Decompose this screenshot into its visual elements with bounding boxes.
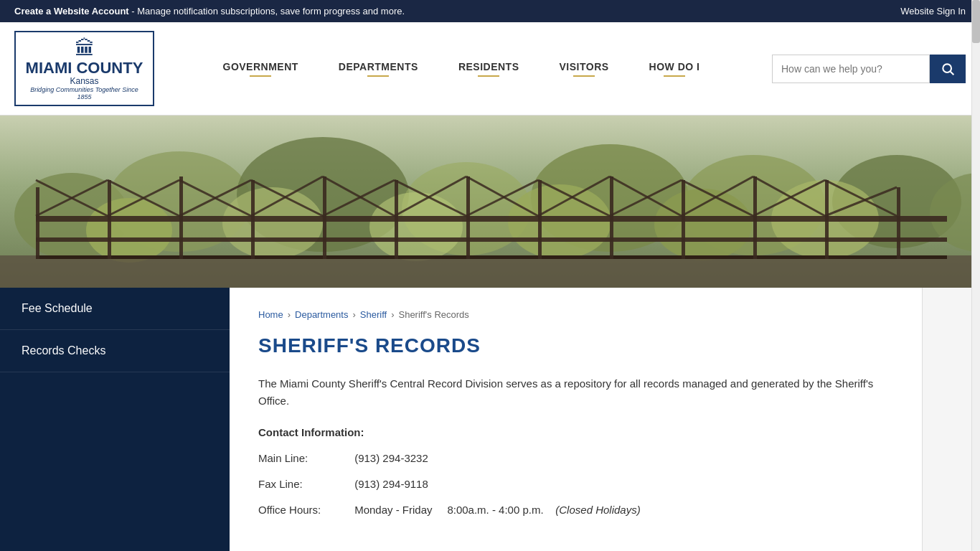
content-wrapper: Fee Schedule Records Checks Home › Depar…	[0, 288, 980, 551]
right-column	[923, 288, 980, 551]
main-content: Home › Departments › Sheriff › Sheriff's…	[230, 288, 923, 551]
svg-rect-23	[179, 176, 183, 259]
site-header: 🏛 MIAMI COUNTY Kansas Bridging Communiti…	[0, 22, 980, 116]
nav-how-do-i[interactable]: HOW DO I	[629, 54, 720, 84]
hero-image	[0, 116, 980, 288]
logo-state: Kansas	[23, 76, 146, 86]
nav-departments[interactable]: DEPARTMENTS	[319, 54, 438, 84]
sidebar-item-fee-schedule[interactable]: Fee Schedule	[0, 288, 230, 330]
breadcrumb-sep-2: ›	[352, 309, 355, 320]
svg-line-1	[951, 71, 954, 75]
breadcrumb-home[interactable]: Home	[258, 309, 283, 320]
office-hours-label: Office Hours:	[258, 501, 352, 519]
site-logo[interactable]: 🏛 MIAMI COUNTY Kansas Bridging Communiti…	[14, 31, 154, 106]
breadcrumb-sep-1: ›	[288, 309, 291, 320]
intro-paragraph: The Miami County Sheriff's Central Recor…	[258, 375, 893, 410]
office-hours-time: 8:00a.m. - 4:00 p.m.	[447, 501, 543, 519]
nav-government[interactable]: GOVERNMENT	[203, 54, 319, 84]
breadcrumb-sheriff[interactable]: Sheriff	[360, 309, 387, 320]
svg-point-0	[943, 64, 951, 72]
search-input[interactable]	[772, 55, 930, 83]
breadcrumb: Home › Departments › Sheriff › Sheriff's…	[258, 309, 893, 320]
svg-point-12	[222, 187, 323, 259]
search-button[interactable]	[930, 55, 966, 83]
office-hours-note: (Closed Holidays)	[555, 504, 640, 516]
svg-rect-25	[323, 176, 326, 259]
office-hours-row: Office Hours: Monday - Friday 8:00a.m. -…	[258, 501, 893, 519]
breadcrumb-sep-3: ›	[391, 309, 394, 320]
hero-bridge-svg	[0, 116, 980, 288]
svg-rect-26	[395, 180, 398, 259]
search-area	[772, 55, 966, 83]
scroll-thumb[interactable]	[972, 0, 980, 43]
main-line-value: (913) 294-3232	[354, 450, 428, 467]
svg-rect-27	[466, 176, 470, 259]
create-account-subtitle: - Manage notification subscriptions, sav…	[129, 6, 405, 17]
nav-residents[interactable]: RESIDENTS	[438, 54, 540, 84]
sign-in-button[interactable]: Website Sign In	[900, 6, 966, 17]
logo-area: 🏛 MIAMI COUNTY Kansas Bridging Communiti…	[14, 31, 165, 106]
content-body: The Miami County Sheriff's Central Recor…	[258, 375, 893, 519]
nav-visitors[interactable]: VISITORS	[540, 54, 629, 84]
breadcrumb-departments[interactable]: Departments	[295, 309, 348, 320]
create-account-text: Create a Website Account - Manage notifi…	[14, 6, 405, 17]
svg-rect-28	[538, 180, 542, 259]
search-icon	[941, 62, 955, 76]
top-banner: Create a Website Account - Manage notifi…	[0, 0, 980, 22]
svg-point-15	[654, 189, 752, 260]
sidebar: Fee Schedule Records Checks	[0, 288, 230, 551]
page-title: SHERIFF'S RECORDS	[258, 334, 893, 357]
hero-background	[0, 116, 980, 288]
office-hours-days: Monday - Friday	[354, 501, 432, 519]
fax-line-value: (913) 294-9118	[354, 476, 428, 493]
fax-line-label: Fax Line:	[258, 476, 352, 493]
svg-rect-21	[36, 187, 39, 259]
svg-point-13	[369, 192, 463, 261]
main-line-row: Main Line: (913) 294-3232	[258, 450, 893, 467]
svg-rect-31	[753, 176, 757, 259]
svg-point-11	[86, 198, 172, 263]
sidebar-item-records-checks[interactable]: Records Checks	[0, 330, 230, 372]
logo-building-icon: 🏛	[23, 37, 146, 60]
main-line-label: Main Line:	[258, 450, 352, 467]
fax-line-row: Fax Line: (913) 294-9118	[258, 476, 893, 493]
svg-rect-17	[0, 255, 980, 288]
contact-heading: Contact Information:	[258, 424, 893, 441]
svg-rect-29	[610, 176, 613, 259]
main-nav: GOVERNMENT DEPARTMENTS RESIDENTS VISITOR…	[165, 54, 758, 84]
breadcrumb-current: Sheriff's Records	[398, 309, 468, 320]
svg-rect-20	[36, 255, 947, 259]
logo-title: MIAMI COUNTY	[23, 60, 146, 76]
svg-rect-30	[682, 180, 685, 259]
svg-rect-19	[36, 237, 947, 242]
svg-rect-22	[108, 180, 111, 259]
svg-rect-33	[897, 187, 900, 259]
create-account-link[interactable]: Create a Website Account	[14, 6, 129, 17]
svg-rect-24	[251, 180, 255, 259]
logo-tagline: Bridging Communities Together Since 1855	[23, 86, 146, 100]
scrollbar[interactable]	[971, 0, 980, 551]
svg-rect-32	[825, 180, 829, 259]
svg-rect-18	[36, 216, 947, 222]
